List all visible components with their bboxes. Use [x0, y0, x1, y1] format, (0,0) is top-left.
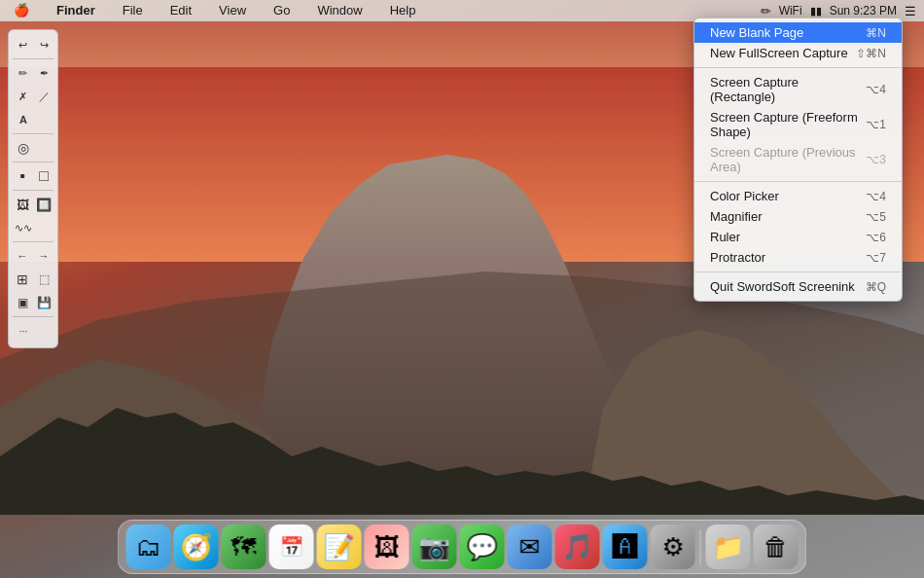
toolbar-btn-back[interactable]: ←	[13, 245, 32, 267]
toolbar-btn-capture[interactable]: ▣	[13, 292, 32, 313]
toolbar-row-4: A	[13, 109, 53, 130]
menu-item-label: Screen Capture (Freeform Shape)	[710, 110, 858, 139]
dock-icon-mail[interactable]: ✉	[508, 524, 552, 569]
dock-icon-photos[interactable]: 🖼	[365, 524, 409, 569]
dock: 🗂 🧭 🗺 📅 📝 🖼 📷 💬 ✉ 🎵 🅰 ⚙ 📁 🗑	[118, 520, 807, 574]
toolbar-btn-shape[interactable]: 🔲	[34, 194, 53, 215]
toolbar-row-11: ▣ 💾	[13, 292, 53, 313]
menu-item-capture-rectangle[interactable]: Screen Capture (Rectangle) ⌥4	[694, 72, 902, 107]
dock-icon-facetime[interactable]: 📷	[412, 524, 457, 569]
menu-item-shortcut: ⌘Q	[866, 280, 886, 294]
menu-item-label: Ruler	[710, 230, 858, 244]
menu-item-label: Color Picker	[710, 189, 858, 203]
menu-item-label: Magnifier	[710, 209, 858, 224]
menu-item-shortcut: ⌥6	[866, 231, 886, 244]
toolbar-btn-eraser[interactable]: ✗	[13, 86, 32, 107]
toolbar-btn-wave[interactable]: ∿∿	[13, 217, 34, 238]
toolbar-btn-line[interactable]: ／	[34, 86, 53, 107]
toolbar-row-6: ▪ □	[13, 165, 53, 187]
toolbar-row-2: ✏ ✒	[13, 62, 53, 84]
dock-icon-trash[interactable]: 🗑	[754, 524, 799, 569]
wifi-icon[interactable]: WiFi	[779, 4, 802, 18]
toolbar-div-6	[13, 316, 53, 317]
toolbar-btn-image[interactable]: 🖼	[13, 194, 32, 215]
edit-menu[interactable]: Edit	[164, 0, 197, 21]
menu-item-magnifier[interactable]: Magnifier ⌥5	[694, 206, 902, 227]
menu-item-quit[interactable]: Quit SwordSoft Screenink ⌘Q	[694, 276, 902, 297]
dock-separator	[700, 529, 701, 564]
toolbar-btn-pen[interactable]: ✒	[34, 62, 53, 84]
toolbar-btn-grid[interactable]: ⊞	[13, 269, 32, 290]
apple-menu[interactable]: 🍎	[8, 0, 35, 21]
menu-item-shortcut: ⌥4	[866, 83, 886, 96]
menu-item-shortcut: ⌥5	[866, 210, 886, 224]
menubar-left: 🍎 Finder File Edit View Go Window Help	[8, 0, 421, 21]
screenink-menubar-icon[interactable]: ✏	[761, 4, 771, 18]
toolbar-row-5: ◎	[13, 137, 53, 159]
toolbar-btn-text[interactable]: A	[13, 109, 34, 130]
view-menu[interactable]: View	[213, 0, 252, 21]
menu-item-shortcut: ⌥7	[866, 251, 886, 265]
dock-icon-calendar[interactable]: 📅	[269, 524, 314, 569]
app-name-menu[interactable]: Finder	[51, 0, 101, 21]
dock-icon-music[interactable]: 🎵	[555, 524, 600, 569]
toolbar-btn-more[interactable]: ···	[13, 320, 34, 342]
menu-item-shortcut: ⇧⌘N	[856, 47, 886, 60]
toolbar-btn-redo[interactable]: ↪	[34, 34, 53, 55]
menu-separator-3	[694, 271, 902, 272]
toolbar-div-5	[13, 241, 53, 242]
toolbar-btn-circle[interactable]: ◎	[13, 137, 34, 159]
go-menu[interactable]: Go	[267, 0, 296, 21]
menu-item-capture-previous[interactable]: Screen Capture (Previous Area) ⌥3	[694, 142, 902, 177]
menu-item-label: Screen Capture (Previous Area)	[710, 145, 858, 174]
window-menu[interactable]: Window	[311, 0, 368, 21]
desktop: 🍎 Finder File Edit View Go Window Help ✏…	[0, 0, 924, 578]
battery-icon: ▮▮	[810, 5, 822, 18]
menu-item-shortcut: ⌥4	[866, 190, 886, 203]
menubar-right: ✏ WiFi ▮▮ Sun 9:23 PM ☰	[761, 4, 916, 18]
toolbar-div-1	[13, 58, 53, 59]
menu-item-ruler[interactable]: Ruler ⌥6	[694, 227, 902, 247]
dock-icon-downloads[interactable]: 📁	[706, 524, 751, 569]
dock-icon-syspreferences[interactable]: ⚙	[651, 524, 695, 569]
toolbar-btn-forward[interactable]: →	[34, 245, 53, 267]
menu-item-capture-freeform[interactable]: Screen Capture (Freeform Shape) ⌥1	[694, 107, 902, 142]
dropdown-menu: New Blank Page ⌘N New FullScreen Capture…	[693, 18, 903, 302]
menu-item-label: Quit SwordSoft Screenink	[710, 279, 858, 294]
dock-icon-appstore[interactable]: 🅰	[603, 524, 648, 569]
menu-separator-2	[694, 181, 902, 182]
toolbar-row-10: ⊞ ⬚	[13, 269, 53, 290]
menu-item-shortcut: ⌥1	[866, 118, 886, 131]
menu-item-new-blank-page[interactable]: New Blank Page ⌘N	[694, 22, 902, 43]
toolbar-row-1: ↩ ↪	[13, 34, 53, 55]
dock-icon-finder[interactable]: 🗂	[126, 524, 171, 569]
toolbar-btn-undo[interactable]: ↩	[13, 34, 32, 55]
toolbar-div-4	[13, 190, 53, 191]
dock-icon-notes[interactable]: 📝	[317, 524, 362, 569]
menu-item-fullscreen-capture[interactable]: New FullScreen Capture ⇧⌘N	[694, 43, 902, 63]
toolbar-row-9: ← →	[13, 245, 53, 267]
help-menu[interactable]: Help	[384, 0, 422, 21]
menu-item-protractor[interactable]: Protractor ⌥7	[694, 247, 902, 268]
toolbar-btn-save[interactable]: 💾	[34, 292, 53, 313]
menu-item-label: New FullScreen Capture	[710, 46, 848, 60]
toolbar-btn-pencil[interactable]: ✏	[13, 62, 32, 84]
toolbar-btn-stroke[interactable]: □	[34, 165, 53, 187]
file-menu[interactable]: File	[117, 0, 149, 21]
dock-icon-safari[interactable]: 🧭	[174, 524, 219, 569]
dock-icon-maps[interactable]: 🗺	[222, 524, 267, 569]
toolbar-row-7: 🖼 🔲	[13, 194, 53, 215]
dock-icon-messages[interactable]: 💬	[460, 524, 505, 569]
clock-display: Sun 9:23 PM	[830, 4, 897, 18]
toolbar-div-3	[13, 162, 53, 163]
menu-item-label: Screen Capture (Rectangle)	[710, 75, 858, 104]
toolbar-row-3: ✗ ／	[13, 86, 53, 107]
toolbar-btn-screen[interactable]: ⬚	[34, 269, 53, 290]
menu-item-shortcut: ⌘N	[866, 26, 886, 40]
menu-item-color-picker[interactable]: Color Picker ⌥4	[694, 186, 902, 206]
notification-center-icon[interactable]: ☰	[905, 4, 916, 18]
toolbar-row-8: ∿∿	[13, 217, 53, 238]
toolbar-panel: ↩ ↪ ✏ ✒ ✗ ／ A ◎ ▪ □ 🖼 🔲 ∿∿	[8, 29, 58, 348]
toolbar-btn-fill[interactable]: ▪	[13, 165, 32, 187]
menu-item-label: Protractor	[710, 250, 858, 265]
